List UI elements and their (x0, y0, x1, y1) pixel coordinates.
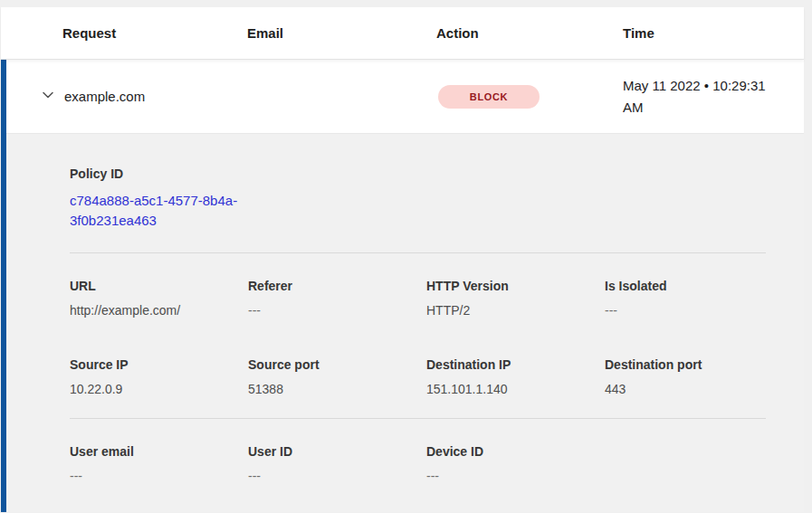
field-label: Destination port (605, 357, 783, 372)
field-url: URLhttp://example.com/ (70, 279, 248, 318)
detail-field-row: Source IP10.22.0.9Source port51388Destin… (70, 357, 788, 396)
field-value: http://example.com/ (70, 303, 248, 318)
chevron-down-icon (41, 88, 55, 105)
field-source-port: Source port51388 (248, 357, 426, 396)
field-label: User email (70, 444, 248, 459)
field-label: Source port (248, 357, 426, 372)
field-value: --- (605, 303, 783, 318)
field-value: 51388 (248, 382, 426, 396)
policy-id-label: Policy ID (70, 166, 788, 181)
detail-field-groups: URLhttp://example.com/Referer---HTTP Ver… (70, 252, 788, 483)
section-divider (70, 418, 766, 419)
field-device-id: Device ID--- (426, 444, 605, 483)
field-label: URL (70, 279, 248, 293)
field-label: Device ID (426, 444, 605, 459)
expanded-row-group: example.com BLOCK May 11 2022 • 10:29:31… (1, 60, 804, 512)
detail-field-row: User email---User ID---Device ID--- (70, 444, 788, 483)
column-header-time: Time (623, 25, 804, 41)
field-is-isolated: Is Isolated--- (605, 279, 783, 318)
field-value: --- (248, 469, 426, 483)
table-header: Request Email Action Time (1, 7, 804, 60)
field-user-email: User email--- (70, 444, 248, 483)
field-label: Destination IP (426, 357, 605, 372)
log-table-row[interactable]: example.com BLOCK May 11 2022 • 10:29:31… (6, 60, 804, 134)
field-destination-ip: Destination IP151.101.1.140 (426, 357, 605, 396)
field-value: --- (426, 469, 605, 483)
request-value: example.com (64, 89, 247, 104)
collapse-row-button[interactable] (39, 88, 57, 106)
row-toggle-cell (6, 88, 64, 106)
column-header-action: Action (436, 25, 623, 41)
field-value: --- (248, 303, 426, 318)
time-value: May 11 2022 • 10:29:31 AM (623, 75, 795, 119)
request-details-panel: Policy ID c784a888-a5c1-4577-8b4a-3f0b23… (6, 134, 804, 512)
field-value: 10.22.0.9 (70, 382, 248, 396)
field-label: Referer (248, 279, 426, 293)
policy-id-link[interactable]: c784a888-a5c1-4577-8b4a-3f0b231ea463 (70, 191, 255, 231)
field-value: 443 (605, 382, 783, 396)
section-divider (70, 252, 766, 253)
detail-field-row: URLhttp://example.com/Referer---HTTP Ver… (70, 279, 788, 318)
field-source-ip: Source IP10.22.0.9 (70, 357, 248, 396)
field-destination-port: Destination port443 (605, 357, 783, 396)
field-label: User ID (248, 444, 426, 459)
action-cell: BLOCK (436, 85, 623, 109)
block-action-badge: BLOCK (438, 85, 540, 109)
field-label: Source IP (70, 357, 248, 372)
field-label: Is Isolated (605, 279, 783, 293)
column-header-email: Email (247, 25, 436, 41)
field-label: HTTP Version (426, 279, 605, 293)
log-table-card: Request Email Action Time example.com BL… (1, 7, 804, 512)
field-user-id: User ID--- (248, 444, 426, 483)
field-referer: Referer--- (248, 279, 426, 318)
policy-id-section: Policy ID c784a888-a5c1-4577-8b4a-3f0b23… (70, 166, 788, 231)
field-value: 151.101.1.140 (426, 382, 605, 396)
column-header-request: Request (62, 25, 247, 41)
field-value: --- (70, 469, 248, 483)
field-value: HTTP/2 (426, 303, 605, 318)
field-http-version: HTTP VersionHTTP/2 (426, 279, 605, 318)
